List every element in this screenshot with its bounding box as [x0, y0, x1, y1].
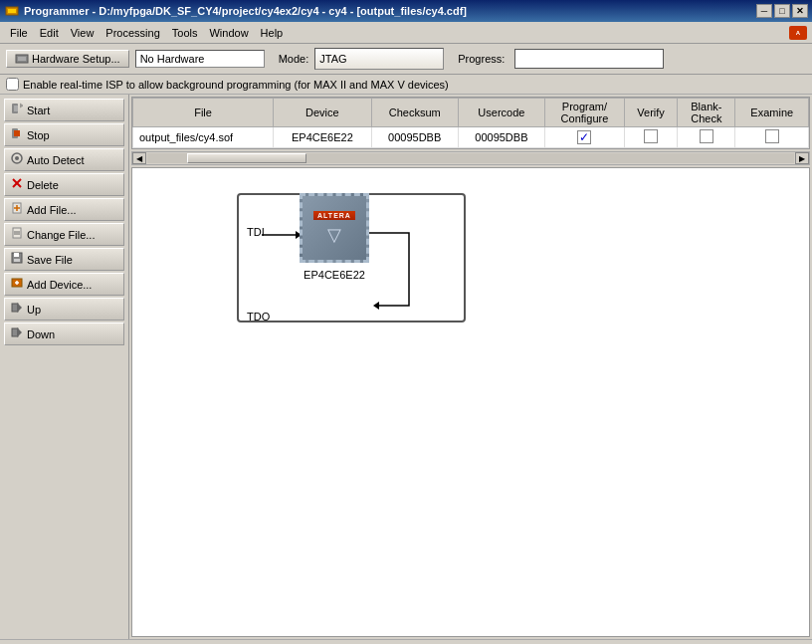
- checkbox-examine[interactable]: [765, 129, 779, 143]
- checkbox-verify[interactable]: [644, 129, 658, 143]
- cell-verify[interactable]: [624, 127, 677, 148]
- sidebar-add-file-button[interactable]: Add File...: [4, 198, 124, 221]
- svg-rect-7: [14, 106, 18, 111]
- sidebar-auto-detect-button[interactable]: Auto Detect: [4, 148, 124, 171]
- cell-file: output_files/cy4.sof: [133, 127, 274, 148]
- chip-body: ALTERA ▽: [300, 193, 369, 263]
- status-bar: [0, 639, 812, 644]
- jtag-chain-arrow: [369, 226, 419, 325]
- sidebar-save-file-button[interactable]: Save File: [4, 248, 124, 271]
- col-program: Program/Configure: [545, 99, 625, 127]
- save-file-icon: [11, 252, 23, 267]
- menu-file[interactable]: File: [4, 25, 34, 41]
- svg-marker-8: [20, 104, 23, 108]
- sidebar-delete-button[interactable]: Delete: [4, 173, 124, 196]
- hardware-setup-label: Hardware Setup...: [32, 53, 120, 65]
- progress-label: Progress:: [458, 53, 505, 65]
- cell-device: EP4CE6E22: [274, 127, 371, 148]
- mode-select-wrap: JTAG AS PS: [314, 48, 444, 70]
- sidebar: StartStopAuto DetectDeleteAdd File...Cha…: [0, 95, 129, 639]
- cell-usercode: 00095DBB: [458, 127, 544, 148]
- chip-indicator: ▽: [327, 224, 341, 246]
- menu-help[interactable]: Help: [255, 25, 290, 41]
- hardware-setup-button[interactable]: Hardware Setup...: [6, 50, 129, 68]
- minimize-button[interactable]: ─: [756, 4, 772, 18]
- col-file: File: [133, 99, 274, 127]
- hardware-icon: [15, 53, 29, 65]
- programmer-table: File Device Checksum Usercode Program/Co…: [132, 98, 809, 148]
- svg-marker-28: [17, 303, 22, 313]
- add-file-icon: [11, 202, 23, 217]
- menu-bar: File Edit View Processing Tools Window H…: [0, 22, 812, 44]
- chip-logo-label: ALTERA: [313, 211, 355, 220]
- tdo-label: TDO: [247, 311, 270, 322]
- cell-blank_check[interactable]: [678, 127, 735, 148]
- svg-rect-5: [18, 57, 26, 61]
- hardware-value-input[interactable]: [135, 50, 265, 68]
- real-time-isp-label: Enable real-time ISP to allow background…: [23, 79, 449, 91]
- sidebar-up-button[interactable]: Up: [4, 298, 124, 321]
- table-row: output_files/cy4.sofEP4CE6E2200095DBB000…: [133, 127, 809, 148]
- sidebar-stop-button[interactable]: Stop: [4, 123, 124, 146]
- up-label: Up: [27, 304, 41, 316]
- up-icon: [11, 302, 23, 317]
- svg-marker-33: [373, 302, 379, 310]
- real-time-isp-checkbox[interactable]: [6, 78, 19, 91]
- cell-checksum: 00095DBB: [371, 127, 458, 148]
- delete-label: Delete: [27, 179, 59, 191]
- stop-icon: [11, 127, 23, 142]
- down-label: Down: [27, 328, 55, 340]
- diagram-area: TDI ALTERA ▽ EP4CE6E22 TDO: [131, 167, 810, 637]
- svg-rect-22: [14, 259, 20, 262]
- scroll-right-button[interactable]: ▶: [795, 152, 809, 164]
- scroll-thumb[interactable]: [187, 153, 306, 163]
- maximize-button[interactable]: □: [774, 4, 790, 18]
- title-bar: Programmer - D:/myfpga/DK_SF_CY4/project…: [0, 0, 812, 22]
- svg-rect-18: [13, 228, 21, 238]
- start-label: Start: [27, 105, 50, 116]
- auto-detect-label: Auto Detect: [27, 154, 84, 166]
- right-panel: File Device Checksum Usercode Program/Co…: [129, 95, 812, 639]
- menu-edit[interactable]: Edit: [34, 25, 65, 41]
- sidebar-down-button[interactable]: Down: [4, 322, 124, 345]
- cell-examine[interactable]: [735, 127, 809, 148]
- menu-processing[interactable]: Processing: [100, 25, 165, 41]
- scroll-track: [147, 153, 794, 163]
- toolbar: Hardware Setup... Mode: JTAG AS PS Progr…: [0, 44, 812, 75]
- checkbox-program[interactable]: ✓: [577, 130, 591, 144]
- chip-container: ALTERA ▽ EP4CE6E22: [300, 193, 369, 263]
- chip-device-label: EP4CE6E22: [304, 269, 365, 281]
- cell-program[interactable]: ✓: [545, 127, 625, 148]
- sidebar-start-button[interactable]: Start: [4, 99, 124, 121]
- col-checksum: Checksum: [371, 99, 458, 127]
- col-blank-check: Blank-Check: [678, 99, 735, 127]
- checkbox-row: Enable real-time ISP to allow background…: [0, 75, 812, 95]
- close-button[interactable]: ✕: [792, 4, 808, 18]
- mode-label: Mode:: [279, 53, 309, 65]
- svg-rect-23: [14, 253, 19, 257]
- sidebar-add-device-button[interactable]: Add Device...: [4, 273, 124, 296]
- add-device-label: Add Device...: [27, 279, 92, 291]
- progress-bar: [514, 49, 664, 69]
- horizontal-scrollbar[interactable]: ◀ ▶: [131, 151, 810, 165]
- svg-point-12: [15, 156, 19, 160]
- mode-select[interactable]: JTAG AS PS: [314, 48, 444, 70]
- sidebar-change-file-button[interactable]: Change File...: [4, 223, 124, 246]
- stop-label: Stop: [27, 129, 50, 141]
- altera-logo-icon: A: [788, 25, 808, 41]
- col-usercode: Usercode: [458, 99, 544, 127]
- svg-marker-30: [17, 327, 22, 337]
- menu-view[interactable]: View: [65, 25, 101, 41]
- scroll-left-button[interactable]: ◀: [132, 152, 146, 164]
- checkbox-blank_check[interactable]: [700, 129, 713, 143]
- change-file-label: Change File...: [27, 229, 95, 241]
- window-controls: ─ □ ✕: [756, 4, 808, 18]
- col-examine: Examine: [735, 99, 809, 127]
- change-file-icon: [11, 227, 23, 242]
- down-icon: [11, 326, 23, 341]
- menu-tools[interactable]: Tools: [166, 25, 204, 41]
- tdi-arrow: [262, 228, 302, 242]
- svg-rect-1: [8, 9, 16, 13]
- menu-window[interactable]: Window: [203, 25, 254, 41]
- col-verify: Verify: [624, 99, 677, 127]
